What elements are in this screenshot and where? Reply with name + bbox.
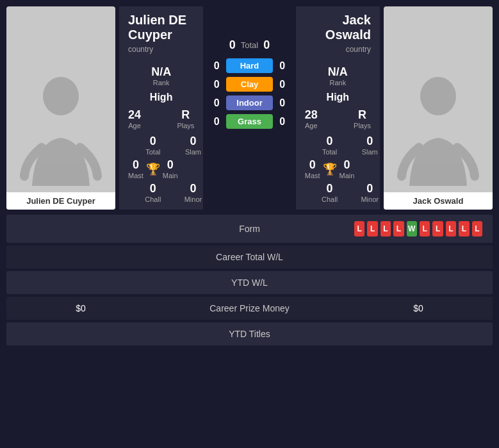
career-wl-row: Career Total W/L [6, 245, 493, 269]
grass-right: 0 [273, 116, 292, 128]
clay-row: 0 Clay 0 [207, 77, 291, 92]
right-main-label: Main [339, 172, 355, 179]
form-badge-w: W [407, 221, 417, 236]
silhouette-svg-right [397, 77, 480, 186]
hard-badge: Hard [226, 58, 272, 73]
svg-point-0 [43, 77, 79, 115]
form-badge-l: L [432, 221, 443, 236]
left-trophy-icon: 🏆 [146, 162, 160, 176]
form-badge-l: L [446, 221, 456, 236]
left-player-name-photo: Julien DE Cuyper [6, 192, 115, 210]
prize-right: $0 [354, 303, 482, 313]
right-plays-val: R [354, 108, 371, 122]
hard-right: 0 [273, 60, 292, 72]
left-rank-label: Rank [128, 79, 194, 87]
indoor-badge: Indoor [226, 95, 272, 110]
right-plays-label: Plays [354, 122, 371, 129]
left-age-val: 24 [128, 108, 141, 122]
left-total-label: Total [128, 148, 178, 156]
ytd-wl-row: YTD W/L [6, 271, 493, 294]
form-badges-container: LLLLWLLLLL [354, 221, 482, 236]
right-country: country [305, 45, 371, 54]
right-mast-label: Mast [305, 172, 320, 179]
right-chall-val: 0 [305, 182, 355, 195]
left-slam-val: 0 [184, 135, 202, 148]
left-total-val: 0 [128, 135, 178, 148]
form-badge-l: L [472, 221, 482, 236]
center-group: 0 Total 0 0 Hard 0 0 Clay 0 0 Indoor 0 0 [207, 6, 291, 210]
ytd-wl-label: YTD W/L [145, 278, 354, 288]
left-chall-label: Chall [128, 195, 178, 203]
career-wl-label: Career Total W/L [145, 252, 354, 262]
right-minor-val: 0 [361, 182, 379, 195]
left-rank-block: N/A Rank [128, 60, 194, 89]
right-age-label: Age [305, 122, 318, 129]
right-total-val: 0 [305, 135, 355, 148]
clay-left: 0 [207, 79, 226, 90]
clay-badge: Clay [226, 77, 272, 92]
left-slam-label: Slam [184, 148, 202, 156]
right-player-name-photo: Jack Oswald [384, 192, 493, 210]
right-high: High [305, 89, 371, 106]
indoor-left: 0 [207, 97, 226, 109]
grass-left: 0 [207, 116, 226, 128]
right-slam-label: Slam [361, 148, 379, 156]
right-stats-card: Jack Oswald country N/A Rank High 28 Age… [296, 6, 380, 210]
right-slam-val: 0 [361, 135, 379, 148]
right-chall-label: Chall [305, 195, 355, 203]
left-age-label: Age [128, 122, 141, 129]
right-trophy-icon: 🏆 [323, 162, 337, 176]
right-age-val: 28 [305, 108, 318, 122]
total-right: 0 [263, 38, 270, 52]
right-total-label: Total [305, 148, 355, 156]
right-stats-grid: 0 Total 0 Slam 0 Mast 🏆 0 Main [305, 135, 371, 203]
prize-label: Career Prize Money [145, 303, 354, 313]
right-rank-value: N/A [305, 65, 371, 79]
clay-right: 0 [273, 79, 292, 90]
titles-row: YTD Titles [6, 322, 493, 345]
left-country: country [128, 45, 194, 54]
form-badge-l: L [354, 221, 364, 236]
left-player-name: Julien DE Cuyper [128, 13, 194, 42]
left-silhouette [6, 71, 115, 192]
right-main-val: 0 [339, 158, 355, 172]
grass-row: 0 Grass 0 [207, 114, 291, 129]
left-rank-value: N/A [128, 65, 194, 79]
right-rank-block: N/A Rank [305, 60, 371, 89]
right-mast-val: 0 [305, 158, 320, 172]
left-plays-val: R [177, 108, 194, 122]
left-plays-label: Plays [177, 122, 194, 129]
silhouette-svg-left [19, 77, 102, 186]
left-stats-grid: 0 Total 0 Slam 0 Mast 🏆 0 Main [128, 135, 194, 203]
form-row: Form LLLLWLLLLL [6, 215, 493, 243]
left-mast-label: Mast [128, 172, 143, 179]
indoor-row: 0 Indoor 0 [207, 95, 291, 110]
indoor-right: 0 [273, 97, 292, 109]
total-center-label: Total [241, 40, 258, 50]
form-badge-l: L [420, 221, 430, 236]
right-player-name: Jack Oswald [305, 13, 371, 42]
svg-point-1 [420, 77, 456, 115]
left-stats-card: Julien DE Cuyper country N/A Rank High 2… [119, 6, 203, 210]
right-silhouette [384, 71, 493, 192]
players-area: Julien DE Cuyper Julien DE Cuyper countr… [6, 6, 493, 210]
left-minor-label: Minor [184, 195, 202, 203]
form-badge-l: L [367, 221, 377, 236]
left-high: High [128, 89, 194, 106]
right-player-photo: Jack Oswald [384, 6, 493, 210]
left-player-photo: Julien DE Cuyper [6, 6, 115, 210]
left-main-label: Main [163, 172, 178, 179]
right-rank-label: Rank [305, 79, 371, 87]
grass-badge: Grass [226, 114, 272, 129]
right-minor-label: Minor [361, 195, 379, 203]
hard-row: 0 Hard 0 [207, 58, 291, 73]
prize-left: $0 [17, 303, 145, 313]
form-badge-l: L [380, 221, 391, 236]
prize-row: $0 Career Prize Money $0 [6, 297, 493, 320]
form-badge-l: L [393, 221, 404, 236]
form-badge-l: L [459, 221, 469, 236]
left-mast-val: 0 [128, 158, 143, 172]
left-chall-val: 0 [128, 182, 178, 195]
total-left: 0 [229, 38, 236, 52]
hard-left: 0 [207, 60, 226, 72]
